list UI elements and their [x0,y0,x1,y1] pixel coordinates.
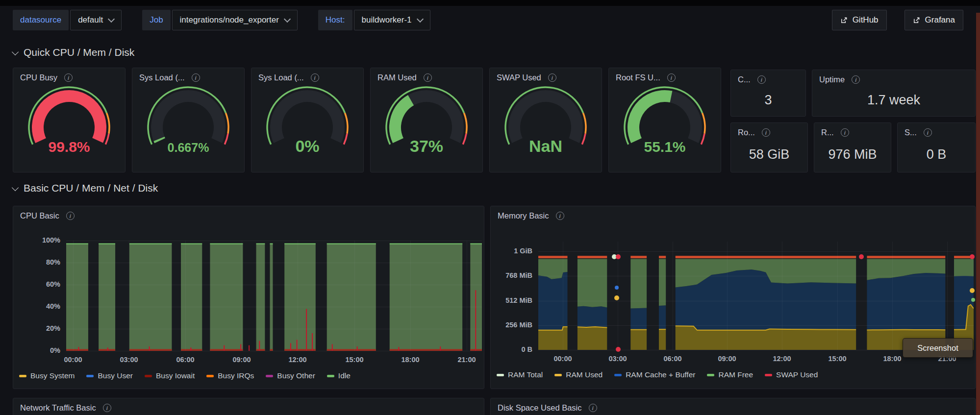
panel-header[interactable]: Sys Load (...i [251,68,363,82]
legend-label: RAM Free [718,370,753,379]
info-icon[interactable]: i [762,128,770,137]
grafana-button[interactable]: Grafana [905,10,963,30]
panel-title: Root FS U... [616,73,660,82]
y-axis-label: 40% [13,302,60,310]
data-point-dot [859,254,864,259]
panel-title: Disk Space Used Basic [498,403,582,413]
chevron-down-icon [12,184,19,191]
data-point-dot [616,347,621,352]
info-icon[interactable]: i [311,73,319,82]
job-select[interactable]: integrations/node_exporter [172,10,298,30]
legend-label: Busy Iowait [156,371,195,380]
info-icon[interactable]: i [924,128,932,137]
legend-item[interactable]: Busy IRQs [206,371,254,380]
legend-item[interactable]: Idle [327,371,351,380]
legend-item[interactable]: Busy User [86,371,133,380]
info-icon[interactable]: i [548,73,556,82]
legend-swatch [19,375,26,377]
y-axis-label: 512 MiB [491,296,532,304]
info-icon[interactable]: i [589,404,597,412]
datasource-select[interactable]: default [70,10,122,30]
legend-swatch [614,374,622,376]
legend-label: Busy System [30,371,75,380]
section-basic-cpu-mem-net-disk[interactable]: Basic CPU / Mem / Net / Disk [13,182,158,194]
legend-item[interactable]: Busy Iowait [145,371,195,380]
panel-header[interactable]: RAM Usedi [371,68,482,82]
x-axis-label: 21:00 [452,356,481,364]
svg-text:0%: 0% [295,137,319,155]
grafana-label: Grafana [925,15,955,25]
stat-value: 0 B [898,137,975,172]
legend-item[interactable]: Busy Other [266,371,315,380]
gauge: 0% [256,84,359,159]
cpu-plot-area[interactable] [66,241,482,351]
info-icon[interactable]: i [667,73,676,82]
stat-panel-3: R...i976 MiB [814,122,891,172]
panel-header[interactable]: S...i [898,123,975,137]
svg-text:99.8%: 99.8% [48,139,90,155]
y-axis-label: 20% [13,324,60,332]
github-button[interactable]: GitHub [832,10,887,30]
panel-header[interactable]: CPU Basic i [13,206,484,220]
svg-text:0.667%: 0.667% [168,141,209,154]
legend-swatch [327,375,334,377]
info-icon[interactable]: i [66,212,75,220]
panel-header[interactable]: C...i [731,70,805,84]
y-axis-label: 100% [13,236,60,244]
host-select[interactable]: buildworker-1 [354,10,430,30]
datasource-value: default [78,15,103,25]
data-point-dot [970,288,975,293]
panel-header[interactable]: Memory Basic i [491,206,975,220]
info-icon[interactable]: i [192,73,200,82]
host-value: buildworker-1 [362,15,412,25]
info-icon[interactable]: i [103,404,111,412]
panel-header[interactable]: CPU Busyi [13,68,125,82]
panel-title: Uptime [819,75,845,84]
legend-item[interactable]: RAM Used [554,370,603,379]
legend-item[interactable]: RAM Total [497,370,543,379]
chevron-down-icon [417,16,424,23]
stat-value: 1.7 week [812,84,975,116]
screenshot-tooltip[interactable]: Screenshot [903,338,973,358]
scrollbar[interactable] [976,13,980,415]
info-icon[interactable]: i [556,212,564,220]
section-quick-cpu-mem-disk[interactable]: Quick CPU / Mem / Disk [13,47,134,58]
info-icon[interactable]: i [757,75,766,84]
legend-item[interactable]: SWAP Used [765,370,818,379]
x-axis-label: 15:00 [823,355,852,363]
panel-header[interactable]: Network Traffic Basici [13,398,484,413]
legend: Busy SystemBusy UserBusy IowaitBusy IRQs… [19,371,351,380]
panel-title: Sys Load (... [139,73,185,82]
panel-header[interactable]: Ro...i [731,123,807,137]
panel-header[interactable]: Sys Load (...i [132,68,244,82]
legend-label: RAM Cache + Buffer [626,370,695,379]
legend-swatch [707,374,714,376]
gauge: 55.1% [613,84,716,159]
job-label[interactable]: Job [142,10,170,30]
info-icon[interactable]: i [424,73,432,82]
host-label[interactable]: Host: [318,10,352,30]
mem-plot-area[interactable] [538,242,974,350]
external-link-icon [840,17,848,24]
data-point-dot [616,254,621,259]
y-axis-label: 0 B [491,345,532,353]
legend-item[interactable]: Busy System [19,371,75,380]
svg-text:NaN: NaN [529,137,562,155]
legend: RAM TotalRAM UsedRAM Cache + BufferRAM F… [497,370,818,379]
legend-item[interactable]: RAM Free [707,370,753,379]
gauge: 37% [375,84,478,159]
legend-item[interactable]: RAM Cache + Buffer [614,370,695,379]
panel-header[interactable]: Disk Space Used Basici [491,398,975,413]
info-icon[interactable]: i [64,73,73,82]
panel-header[interactable]: Uptimei [812,70,975,84]
panel-header[interactable]: SWAP Usedi [490,68,602,82]
panel-title: C... [738,75,751,84]
data-point-dot [970,254,975,259]
legend-swatch [206,375,214,377]
panel-header[interactable]: R...i [814,123,891,137]
panel-header[interactable]: Root FS U...i [609,68,721,82]
datasource-label[interactable]: datasource [13,10,69,30]
legend-label: Busy User [98,371,133,380]
info-icon[interactable]: i [841,128,849,137]
info-icon[interactable]: i [852,75,860,84]
